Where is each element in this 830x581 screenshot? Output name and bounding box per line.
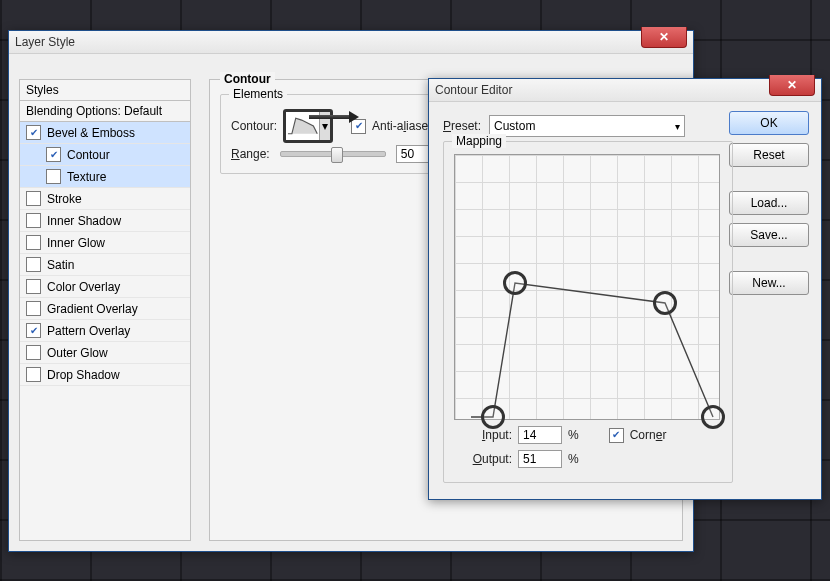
style-checkbox[interactable] [26, 345, 41, 360]
preset-dropdown[interactable]: Custom ▾ [489, 115, 685, 137]
style-item-outer-glow[interactable]: Outer Glow [20, 342, 190, 364]
mapping-canvas[interactable] [454, 154, 720, 420]
new-button[interactable]: New... [729, 271, 809, 295]
style-item-label: Gradient Overlay [47, 302, 138, 316]
contour-label: Contour: [231, 119, 277, 133]
style-checkbox[interactable] [26, 235, 41, 250]
reset-button[interactable]: Reset [729, 143, 809, 167]
curve-handle[interactable] [503, 271, 527, 295]
contour-section-title: Contour [220, 72, 275, 86]
close-icon[interactable]: ✕ [769, 75, 815, 96]
chevron-down-icon: ▾ [675, 121, 680, 132]
mapping-fieldset: Mapping Input: % ✔ Corner Output: % [443, 141, 733, 483]
style-checkbox[interactable]: ✔ [46, 147, 61, 162]
range-slider[interactable] [280, 151, 386, 157]
contour-editor-title: Contour Editor [435, 83, 512, 97]
style-item-label: Drop Shadow [47, 368, 120, 382]
percent-sign: % [568, 428, 579, 442]
style-item-label: Stroke [47, 192, 82, 206]
style-item-label: Inner Glow [47, 236, 105, 250]
style-item-label: Satin [47, 258, 74, 272]
style-item-gradient-overlay[interactable]: Gradient Overlay [20, 298, 190, 320]
style-item-stroke[interactable]: Stroke [20, 188, 190, 210]
style-checkbox[interactable] [26, 191, 41, 206]
style-item-label: Texture [67, 170, 106, 184]
style-checkbox[interactable]: ✔ [26, 125, 41, 140]
contour-editor-dialog: Contour Editor ✕ Preset: Custom ▾ OK Res… [428, 78, 822, 500]
style-item-contour[interactable]: ✔Contour [20, 144, 190, 166]
arrow-right-icon [309, 112, 357, 122]
output-label: Output: [466, 452, 512, 466]
range-label: Range: [231, 147, 270, 161]
styles-header: Styles [20, 80, 190, 101]
style-item-satin[interactable]: Satin [20, 254, 190, 276]
style-checkbox[interactable] [46, 169, 61, 184]
blending-options-header[interactable]: Blending Options: Default [20, 101, 190, 122]
style-item-label: Inner Shadow [47, 214, 121, 228]
range-input[interactable] [396, 145, 430, 163]
anti-aliased-label: Anti-aliased [372, 119, 435, 133]
style-item-color-overlay[interactable]: Color Overlay [20, 276, 190, 298]
corner-checkbox[interactable]: ✔ [609, 428, 624, 443]
style-item-inner-glow[interactable]: Inner Glow [20, 232, 190, 254]
input-label: Input: [466, 428, 512, 442]
layer-style-title: Layer Style [15, 35, 75, 49]
style-item-texture[interactable]: Texture [20, 166, 190, 188]
input-field[interactable] [518, 426, 562, 444]
style-checkbox[interactable] [26, 301, 41, 316]
output-field[interactable] [518, 450, 562, 468]
preset-value: Custom [494, 119, 535, 133]
style-checkbox[interactable] [26, 257, 41, 272]
style-item-label: Color Overlay [47, 280, 120, 294]
style-item-bevel-emboss[interactable]: ✔Bevel & Emboss [20, 122, 190, 144]
curve-handle[interactable] [701, 405, 725, 429]
ok-button[interactable]: OK [729, 111, 809, 135]
curve-path [455, 155, 719, 419]
save-button[interactable]: Save... [729, 223, 809, 247]
load-button[interactable]: Load... [729, 191, 809, 215]
percent-sign: % [568, 452, 579, 466]
mapping-label: Mapping [452, 134, 506, 148]
range-slider-thumb[interactable] [331, 147, 343, 163]
style-checkbox[interactable] [26, 279, 41, 294]
style-item-pattern-overlay[interactable]: ✔Pattern Overlay [20, 320, 190, 342]
close-icon[interactable]: ✕ [641, 27, 687, 48]
styles-list: Styles Blending Options: Default ✔Bevel … [19, 79, 191, 541]
style-item-label: Pattern Overlay [47, 324, 130, 338]
contour-editor-titlebar[interactable]: Contour Editor ✕ [429, 79, 821, 102]
style-checkbox[interactable] [26, 367, 41, 382]
style-item-drop-shadow[interactable]: Drop Shadow [20, 364, 190, 386]
style-checkbox[interactable]: ✔ [26, 323, 41, 338]
style-item-label: Contour [67, 148, 110, 162]
style-item-label: Bevel & Emboss [47, 126, 135, 140]
style-item-label: Outer Glow [47, 346, 108, 360]
corner-label: Corner [630, 428, 667, 442]
elements-label: Elements [229, 87, 287, 101]
style-item-inner-shadow[interactable]: Inner Shadow [20, 210, 190, 232]
style-checkbox[interactable] [26, 213, 41, 228]
layer-style-titlebar[interactable]: Layer Style ✕ [9, 31, 693, 54]
curve-handle[interactable] [653, 291, 677, 315]
preset-label: Preset: [443, 119, 481, 133]
